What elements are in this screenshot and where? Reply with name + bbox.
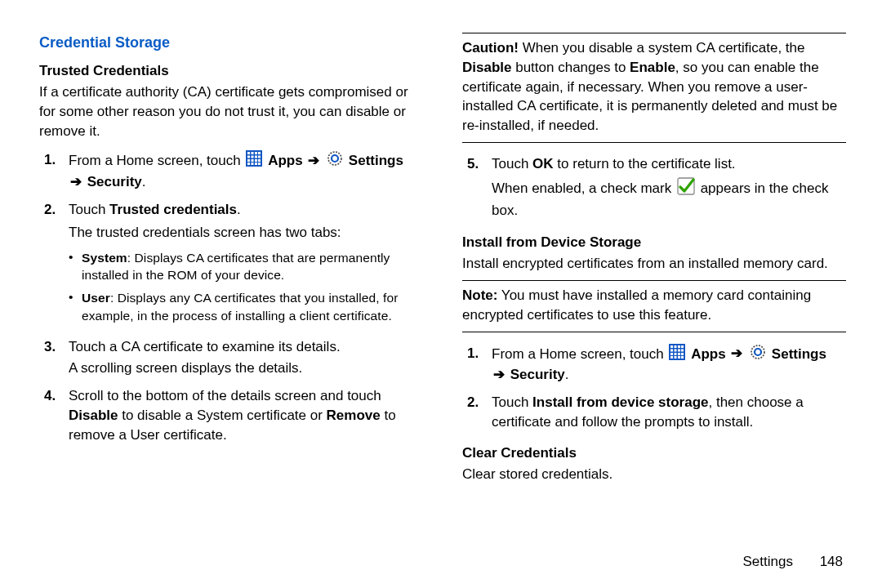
sub-trusted: Trusted Credentials [39,61,423,81]
label-security: Security [510,367,565,382]
divider [462,280,846,281]
step-2: 2. Touch Trusted credentials. The truste… [39,197,423,334]
svg-rect-33 [670,356,673,359]
label-disable: Disable [69,408,118,423]
footer-page: 148 [820,554,843,570]
divider [462,142,846,143]
arrow-icon: ➔ [306,153,321,168]
svg-rect-14 [252,163,254,165]
install-intro: Install encrypted certificates from an i… [462,254,846,274]
step-3: 3. Touch a CA certificate to examine its… [39,334,423,383]
r-step-2: 2. Touch Install from device storage, th… [462,390,846,437]
svg-rect-11 [255,159,257,162]
svg-rect-21 [670,345,673,348]
svg-rect-36 [681,356,684,359]
clear-text: Clear stored credentials. [462,465,846,484]
sub-install: Install from Device Storage [462,233,846,252]
label-apps: Apps [268,153,303,168]
footer-section: Settings [742,554,792,569]
caution-block: Caution! When you disable a system CA ce… [462,38,846,136]
r-step-1: 1. From a Home screen, touch Apps ➔ Sett… [462,341,846,390]
svg-point-17 [328,152,341,165]
step-5: 5. Touch OK to return to the certificate… [462,151,846,225]
divider [462,332,846,332]
svg-rect-5 [247,156,250,158]
svg-rect-27 [678,349,680,351]
svg-point-18 [332,155,338,162]
svg-rect-22 [675,345,677,348]
svg-rect-9 [247,159,250,162]
label-note: Note: [462,287,497,303]
gear-icon [750,344,766,366]
t: When enabled, a check mark [492,180,675,196]
svg-rect-13 [247,163,250,165]
steps-install: 1. From a Home screen, touch Apps ➔ Sett… [462,341,846,437]
svg-rect-16 [258,163,261,165]
label-install-device: Install from device storage [532,394,708,410]
label-settings: Settings [772,345,826,361]
divider [462,33,846,33]
svg-rect-4 [258,152,261,154]
svg-rect-24 [681,345,684,348]
t: Touch [69,202,109,217]
svg-point-38 [755,349,761,355]
svg-point-37 [751,345,764,359]
svg-rect-12 [258,159,261,162]
intro-trusted: If a certificate authority (CA) certific… [39,82,423,140]
svg-rect-7 [255,156,257,158]
svg-rect-29 [670,353,673,355]
svg-rect-3 [255,152,257,154]
step-4: 4. Scroll to the bottom of the details s… [39,383,423,449]
svg-rect-15 [255,163,257,165]
gear-icon [327,150,343,172]
label-caution: Caution! [462,40,519,56]
sub-clear: Clear Credentials [462,443,846,463]
page-footer: Settings 148 [742,554,843,570]
svg-rect-2 [252,152,254,154]
svg-rect-8 [258,156,261,158]
checkmark-icon [677,177,695,201]
t: Touch a CA certificate to examine its de… [69,339,341,354]
right-column: Caution! When you disable a system CA ce… [462,33,846,572]
svg-rect-23 [678,345,680,348]
steps-left: 1. From a Home screen, touch Apps ➔ Sett… [39,147,423,449]
arrow-icon: ➔ [729,345,744,361]
tabs-bullets: System: Displays CA certificates that ar… [69,247,423,328]
t: Scroll to the bottom of the details scre… [69,388,381,403]
label-settings: Settings [349,153,403,168]
step1-pre: From a Home screen, touch [69,153,244,168]
tabs-intro: The trusted credentials screen has two t… [69,223,423,243]
svg-rect-31 [678,353,680,355]
label-remove: Remove [327,408,381,423]
svg-rect-28 [681,349,684,351]
left-column: Credential Storage Trusted Credentials I… [39,33,423,572]
label-trusted-cred: Trusted credentials [109,202,237,217]
svg-rect-10 [252,159,254,162]
label-ok: OK [532,156,554,172]
step-1: 1. From a Home screen, touch Apps ➔ Sett… [39,147,423,197]
apps-icon [669,344,685,366]
svg-rect-6 [252,156,254,158]
t: to disable a System certificate or [118,408,326,423]
steps-right-cont: 5. Touch OK to return to the certificate… [462,151,846,225]
svg-rect-34 [675,356,677,359]
apps-icon [246,150,262,172]
svg-rect-32 [681,353,684,355]
t: A scrolling screen displays the details. [69,359,423,378]
svg-rect-26 [675,349,677,351]
label-security: Security [87,174,142,189]
svg-rect-35 [678,356,680,359]
label-apps: Apps [691,345,726,361]
svg-rect-30 [675,353,677,355]
svg-rect-25 [670,349,673,351]
note-block: Note: You must have installed a memory c… [462,286,846,325]
bullet-system: System: Displays CA certificates that ar… [69,247,423,287]
svg-rect-1 [247,152,250,154]
section-title: Credential Storage [39,33,423,53]
arrow-icon: ➔ [69,174,83,189]
arrow-icon: ➔ [492,367,506,382]
bullet-user: User: Displays any CA certificates that … [69,287,423,327]
